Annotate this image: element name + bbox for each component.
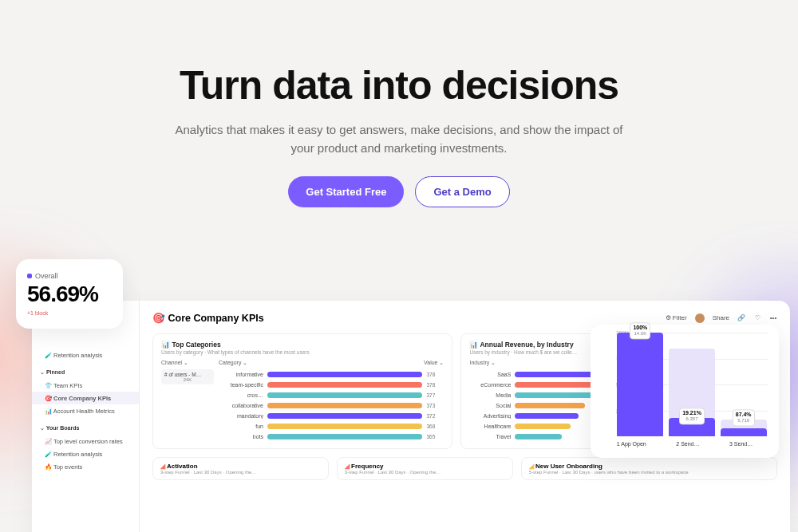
category-bar xyxy=(267,424,422,430)
industry-bar xyxy=(515,413,579,419)
hero-title: Turn data into decisions xyxy=(0,62,798,108)
category-label: fun xyxy=(219,424,263,429)
sidebar-item-retention-top[interactable]: 🧪 Retention analysis xyxy=(32,349,139,361)
funnel-icon: ◢ xyxy=(160,463,165,470)
sidebar-item-conversion-rates[interactable]: 📈 Top level conversion rates xyxy=(32,435,139,447)
industry-bar xyxy=(515,424,570,429)
category-row: cros… 377 xyxy=(219,390,444,400)
category-row: bots 365 xyxy=(219,432,444,442)
sidebar-section-pinned[interactable]: Pinned xyxy=(32,366,139,379)
panel-activation: ◢ Activation 3-step Funnel · Last 30 Day… xyxy=(152,457,329,480)
frequency-sub: 3-step Funnel · Last 30 Days · Opening t… xyxy=(345,470,505,475)
activation-sub: 3-step Funnel · Last 30 Days · Opening t… xyxy=(160,470,321,475)
category-value: 373 xyxy=(426,403,444,408)
panel-onboarding: ◢ New User Onboarding 5-step Funnel · La… xyxy=(521,457,777,480)
users-pill-label: # of users - M… xyxy=(164,372,211,377)
category-label: bots xyxy=(219,434,263,439)
category-value: 368 xyxy=(426,424,444,429)
overall-meta: +1 block xyxy=(27,310,112,316)
link-icon[interactable]: 🔗 xyxy=(737,314,745,322)
industry-label: Advertising xyxy=(469,413,511,419)
funnel-xlabel: 2 Send… xyxy=(676,441,699,447)
funnel-fg-bar xyxy=(617,333,663,436)
th-channel[interactable]: Channel ⌄ xyxy=(161,360,214,366)
industry-bar xyxy=(515,392,593,398)
th-value[interactable]: Value ⌄ xyxy=(424,360,444,366)
category-value: 372 xyxy=(426,413,444,419)
funnel-chart: 100% 75% 50% 25% 100%14.0K 19.21%6,357 8… xyxy=(602,333,768,436)
heart-icon[interactable]: ♡ xyxy=(753,314,761,322)
funnel-fg-bar xyxy=(721,428,767,436)
dashboard-title: 🎯 Core Company KPIs xyxy=(152,312,264,324)
th-category[interactable]: Category ⌄ xyxy=(219,360,263,366)
get-demo-button[interactable]: Get a Demo xyxy=(415,176,509,207)
category-label: informative xyxy=(219,372,263,377)
category-value: 377 xyxy=(426,392,444,398)
sidebar-item-top-events[interactable]: 🔥 Top events xyxy=(32,460,139,473)
chart-icon: 📊 xyxy=(161,341,170,349)
category-bar xyxy=(267,382,422,388)
more-icon[interactable]: ••• xyxy=(769,314,777,322)
sidebar-item-core-kpis[interactable]: 🎯 Core Company KPIs xyxy=(32,392,139,404)
industry-label: SaaS xyxy=(469,372,511,377)
industry-bar xyxy=(515,434,562,439)
overall-value: 56.69% xyxy=(27,282,112,307)
industry-label: Healthcare xyxy=(469,424,511,429)
category-bar xyxy=(267,403,422,409)
category-value: 378 xyxy=(426,382,444,388)
hero-subtitle: Analytics that makes it easy to get answ… xyxy=(164,121,634,157)
share-button[interactable]: Share xyxy=(713,314,729,321)
top-categories-subtitle: Users by category · What types of channe… xyxy=(161,349,444,355)
top-categories-title: Top Categories xyxy=(172,341,220,349)
category-value: 365 xyxy=(426,434,444,439)
sidebar-item-retention[interactable]: 🧪 Retention analysis xyxy=(32,447,139,460)
category-value: 378 xyxy=(426,372,444,377)
onboarding-sub: 5-step Funnel · Last 30 Days · users who… xyxy=(529,470,769,475)
industry-bar xyxy=(515,382,596,388)
sidebar-item-team-kpis[interactable]: 👕 Team KPIs xyxy=(32,379,139,392)
category-row: collaborative 373 xyxy=(219,400,444,411)
sidebar-section-boards[interactable]: Your Boards xyxy=(32,422,139,435)
category-label: cros… xyxy=(219,392,263,398)
funnel-column: 100%14.0K xyxy=(619,333,662,436)
category-bar xyxy=(267,392,422,399)
category-bar xyxy=(267,413,422,420)
activation-title: Activation xyxy=(167,463,198,470)
category-row: team-specific 378 xyxy=(219,380,444,390)
category-label: team-specific xyxy=(219,382,263,388)
funnel-tag: 87.4%5,719 xyxy=(733,410,755,427)
industry-label: Social xyxy=(469,403,511,408)
users-pill-value: 24K xyxy=(164,377,211,382)
top-categories-header: Channel ⌄ Category ⌄ Value ⌄ xyxy=(161,360,444,366)
annual-revenue-title: Annual Revenue, by Industry xyxy=(480,341,573,349)
industry-label: Travel xyxy=(469,434,511,439)
funnel-icon: ◢ xyxy=(345,463,350,470)
funnel-tag: 19.21%6,357 xyxy=(679,408,705,424)
category-row: fun 368 xyxy=(219,421,444,432)
funnel-icon: ◢ xyxy=(529,463,534,470)
funnel-card: 100% 75% 50% 25% 100%14.0K 19.21%6,357 8… xyxy=(591,325,779,458)
funnel-xlabel: 3 Send… xyxy=(729,441,753,447)
funnel-tag: 100%14.0K xyxy=(630,322,650,339)
sidebar: 🧪 Retention analysis Pinned 👕 Team KPIs … xyxy=(32,301,140,532)
category-row: mandatory 372 xyxy=(219,411,444,421)
funnel-xlabel: 1 App Open xyxy=(617,441,646,447)
overall-card: Overall 56.69% +1 block xyxy=(16,259,123,329)
panel-top-categories: 📊 Top Categories Users by category · Wha… xyxy=(152,333,452,449)
onboarding-title: New User Onboarding xyxy=(535,463,602,470)
funnel-column: 87.4%5,719 xyxy=(722,333,764,436)
category-label: collaborative xyxy=(219,403,263,408)
category-row: informative 378 xyxy=(219,369,444,380)
industry-label: eCommerce xyxy=(469,382,511,388)
avatar[interactable] xyxy=(695,313,705,323)
industry-label: Media xyxy=(469,392,511,398)
get-started-button[interactable]: Get Started Free xyxy=(288,176,404,207)
funnel-column: 19.21%6,357 xyxy=(671,333,713,436)
panel-frequency: ◢ Frequency 3-step Funnel · Last 30 Days… xyxy=(337,457,513,480)
sidebar-item-account-health[interactable]: 📊 Account Health Metrics xyxy=(32,404,139,417)
category-bar xyxy=(267,372,422,378)
th-industry[interactable]: Industry ⌄ xyxy=(469,360,514,366)
industry-bar xyxy=(515,403,584,408)
overall-label: Overall xyxy=(27,272,112,280)
filter-button[interactable]: ⚙ Filter xyxy=(666,314,687,321)
